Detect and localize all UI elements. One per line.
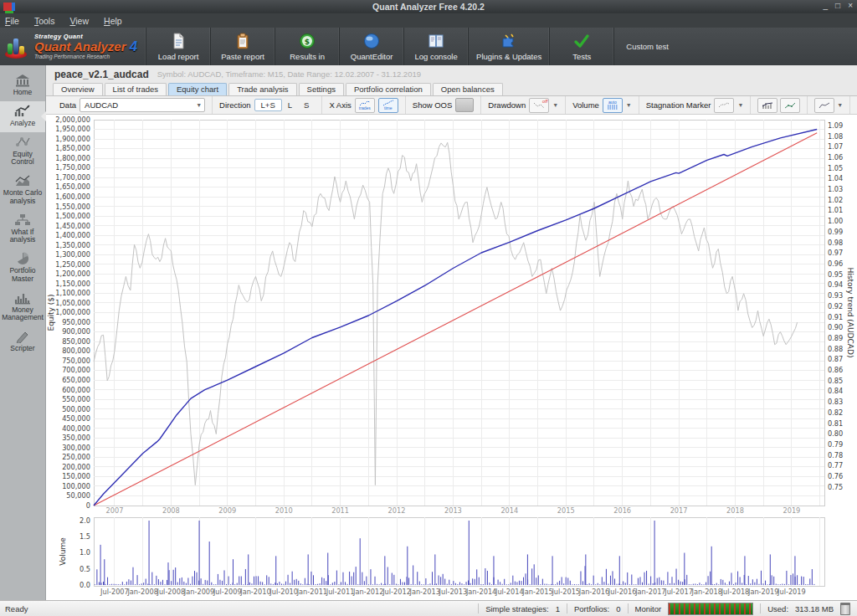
stagnation-button[interactable] [714, 98, 734, 113]
log-console-button[interactable]: Log console [404, 28, 469, 65]
svg-text:250,000: 250,000 [62, 453, 90, 461]
svg-text:0.78: 0.78 [828, 451, 843, 459]
menu-file[interactable]: File [5, 16, 19, 26]
plugins-updates-button[interactable]: Plugins & Updates [469, 28, 550, 65]
sidebar-item-home[interactable]: Home [0, 70, 45, 101]
chevron-down-icon[interactable]: ▼ [626, 102, 632, 108]
sidebar-item-analyze[interactable]: Analyze [0, 101, 45, 132]
right-axis-ticks: 0.750.760.770.780.790.800.810.820.830.84… [828, 121, 843, 491]
sidebar-item-what-if-analysis[interactable]: What If analysis [0, 210, 45, 249]
svg-text:2017: 2017 [670, 506, 688, 515]
tab-open-balances[interactable]: Open balances [433, 83, 503, 95]
menu-help[interactable]: Help [104, 16, 122, 26]
direction-s[interactable]: S [298, 100, 315, 110]
svg-text:1,150,000: 1,150,000 [55, 280, 90, 288]
line-chart-button[interactable] [780, 98, 800, 113]
volume-button[interactable]: auto [603, 98, 623, 113]
line-style-button[interactable] [814, 98, 834, 113]
stagnation-label: Stagnation Marker [646, 100, 711, 110]
menu-tools[interactable]: Tools [34, 16, 55, 26]
direction-l[interactable]: L [282, 100, 298, 110]
chevron-down-icon[interactable]: ▼ [837, 102, 843, 108]
data-label: Data [59, 100, 76, 110]
minimize-button[interactable]: _ [824, 1, 829, 10]
status-bar: Ready Simple strategies: 1 Portfolios: 0… [0, 600, 857, 616]
show-oos-toggle[interactable] [455, 98, 474, 112]
svg-text:Jan-2017: Jan-2017 [634, 588, 665, 596]
memory-monitor-graph[interactable] [668, 603, 753, 615]
tab-list-of-trades[interactable]: List of trades [105, 83, 167, 95]
svg-text:300,000: 300,000 [62, 444, 90, 452]
paste-report-button[interactable]: Paste report [211, 28, 275, 65]
custom-test-label[interactable]: Custom test [614, 28, 680, 65]
quanteditor-button[interactable]: QuantEditor [340, 28, 404, 65]
tab-portfolio-correlation[interactable]: Portfolio correlation [346, 83, 431, 95]
svg-text:2014: 2014 [500, 506, 518, 515]
svg-text:Jan-2010: Jan-2010 [239, 588, 270, 596]
sidebar-item-equity-control[interactable]: Equity Control [0, 132, 45, 172]
garbage-collect-icon[interactable] [840, 603, 850, 615]
close-button[interactable]: × [848, 1, 853, 10]
equity-chart-panel: 050,000100,000150,000200,000250,000300,0… [46, 115, 857, 600]
tab-overview[interactable]: Overview [53, 83, 103, 95]
xaxis-control: X Axis trades time [322, 96, 405, 114]
svg-text:1,350,000: 1,350,000 [55, 241, 90, 249]
tests-button[interactable]: Tests [550, 28, 614, 65]
chevron-down-icon[interactable]: ▼ [552, 102, 558, 108]
svg-text:Jan-2014: Jan-2014 [465, 588, 496, 596]
xaxis-time-button[interactable]: time [378, 98, 398, 113]
sidebar-item-monte-carlo-analysis[interactable]: Monte Carlo analysis [0, 171, 45, 210]
drawdown-label: Drawdown [488, 100, 526, 110]
svg-text:Jan-2012: Jan-2012 [352, 588, 383, 596]
svg-text:2009: 2009 [218, 506, 236, 515]
svg-text:0.89: 0.89 [828, 334, 843, 342]
chevron-down-icon[interactable]: ▼ [737, 102, 743, 108]
logo-chart-icon [5, 34, 30, 59]
load-report-button[interactable]: Load report [146, 28, 211, 65]
results-in-button[interactable]: $Results in [275, 28, 340, 65]
svg-text:0.76: 0.76 [828, 472, 843, 480]
toolbar-button-label: Results in [290, 52, 325, 61]
histogram-line-button[interactable] [757, 98, 777, 113]
svg-text:1,600,000: 1,600,000 [55, 192, 90, 201]
drawdown-button[interactable]: off [529, 98, 549, 113]
svg-text:Jul-2007: Jul-2007 [100, 588, 129, 596]
tab-trade-analysis[interactable]: Trade analysis [228, 83, 296, 95]
simple-strategies-value: 1 [556, 604, 560, 613]
svg-text:0.92: 0.92 [828, 302, 843, 311]
svg-text:Jan-2011: Jan-2011 [296, 588, 327, 596]
history-trend-line [94, 142, 798, 485]
toolbar: Strategy Quant Quant Analyzer 4 Trading … [0, 28, 857, 65]
data-dropdown[interactable]: AUDCAD▼ [80, 98, 205, 112]
sidebar-item-label: Scripter [10, 345, 34, 353]
tab-equity-chart[interactable]: Equity chart [168, 83, 227, 95]
linear-trend-line [94, 133, 817, 506]
svg-text:Jan-2016: Jan-2016 [578, 588, 609, 596]
svg-text:Jul-2017: Jul-2017 [664, 588, 693, 596]
maximize-button[interactable]: □ [835, 1, 840, 10]
svg-text:0: 0 [86, 501, 90, 510]
volume-bars [95, 521, 814, 585]
menu-view[interactable]: View [69, 16, 89, 26]
used-value: 313.18 MB [795, 604, 834, 613]
brand-top: Strategy Quant [34, 33, 137, 40]
window-title: Quant Analyzer Free 4.20.2 [0, 2, 857, 12]
svg-text:0.77: 0.77 [828, 461, 843, 470]
volume-x-labels: Jul-2007Jan-2008Jul-2008Jan-2009Jul-2009… [100, 588, 806, 596]
svg-text:1,450,000: 1,450,000 [55, 222, 90, 230]
direction-label: Direction [219, 100, 251, 110]
direction-l-s[interactable]: L+S [254, 99, 282, 111]
compare-group [850, 100, 857, 110]
sidebar-item-money-management[interactable]: Money Management [0, 288, 45, 327]
toolbar-button-label: Tests [572, 52, 591, 61]
xaxis-trades-button[interactable]: trades [355, 98, 375, 113]
svg-text:50,000: 50,000 [66, 491, 90, 500]
tab-settings[interactable]: Settings [299, 83, 344, 95]
sidebar-item-portfolio-master[interactable]: Portfolio Master [0, 249, 45, 288]
svg-text:1.0: 1.0 [80, 548, 90, 557]
svg-text:Jan-2019: Jan-2019 [747, 588, 778, 596]
sidebar-item-scripter[interactable]: Scripter [0, 326, 45, 357]
left-axis-ticks: 050,000100,000150,000200,000250,000300,0… [55, 116, 90, 510]
svg-text:$: $ [305, 37, 310, 45]
toolbar-button-label: Load report [158, 52, 199, 61]
